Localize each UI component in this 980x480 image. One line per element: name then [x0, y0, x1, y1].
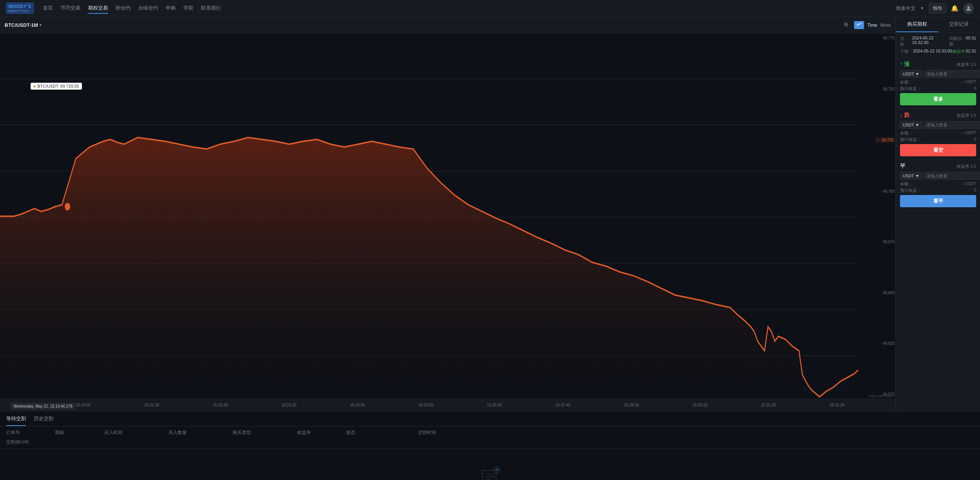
xaxis-lbl-4: 15:22:30 [213, 403, 228, 407]
col-order-no: 订单号 [6, 429, 52, 436]
trade-yield-up: 收益率 1.5 [957, 62, 976, 67]
orders-empty: 暂无数据 [0, 449, 980, 480]
xaxis-tooltip: Wednesday, May 22, 15:19:40.278 [11, 403, 75, 410]
amount-input-flat[interactable] [924, 172, 980, 180]
trade-total-flat: 预计收益： 0 [900, 188, 976, 193]
current-period-row: 当前： 2024-05-22 15:32:00 回购次数 00:31 [900, 36, 976, 47]
trade-yield-down: 收益率 1.5 [957, 113, 976, 118]
col-status: 状态 [346, 429, 415, 436]
trade-dir-up-label: ↑ 涨 [900, 61, 910, 68]
trade-total-down: 预计收益： 0 [900, 137, 976, 143]
nav-academy[interactable]: 学院 [183, 3, 193, 14]
trade-input-row-flat: USDT ▼ USDT [900, 172, 976, 180]
trade-section-flat: 平 收益率 1.5 USDT ▼ USDT 余额： -- USDT 预计收益： … [896, 160, 980, 211]
yaxis-label-6: 69,625 [875, 341, 895, 346]
currency-sel-flat[interactable]: USDT ▼ [900, 172, 922, 180]
col-countdown: 交割倒计时 [6, 439, 52, 446]
trade-section-down: ↓ 跌 收益率 1.5 USDT ▼ USDT 余额： -- USDT 预计收益… [896, 109, 980, 160]
round-count-val: 00:31 [965, 36, 976, 47]
right-panel: 购买期权 交割记录 当前： 2024-05-22 15:32:00 回购次数 0… [896, 17, 980, 411]
tab-buy-options[interactable]: 购买期权 [896, 17, 938, 32]
highcharts-credit: Highcharts.com [868, 394, 892, 398]
xaxis-lbl-2: 15:21:30 [144, 403, 159, 407]
tab-delivery-records[interactable]: 交割记录 [938, 17, 980, 32]
tab-waiting[interactable]: 等待交割 [6, 415, 26, 426]
amount-input-up[interactable] [924, 70, 980, 78]
trade-input-row-down: USDT ▼ USDT [900, 121, 976, 129]
pair-text: BTC/USDT-1M [5, 22, 38, 28]
yaxis-label-5: 69,650 [875, 291, 895, 295]
navbar: MOODY'S ANALYTICS 首页 币币交易 期权交易 秒合约 永续合约 … [0, 0, 980, 17]
trade-dir-flat-row: 平 收益率 1.5 [900, 163, 976, 170]
trade-dir-up-row: ↑ 涨 收益率 1.5 [900, 61, 976, 68]
xaxis-lbl-16: 15:28:30 [624, 403, 639, 407]
ctrl-time-label[interactable]: Time [867, 23, 877, 28]
tab-history[interactable]: 历史交割 [34, 415, 54, 426]
svg-point-0 [967, 6, 970, 8]
yaxis-label-4: 69,675 [875, 240, 895, 244]
amount-input-down[interactable] [924, 121, 980, 129]
trade-balance-up: 余额： -- USDT [900, 79, 976, 85]
chart-header: BTC/USDT-1M ▾ Time [0, 17, 895, 34]
next-period-val: 2024-05-22 15:33:00 [913, 49, 952, 54]
trade-dir-down-row: ↓ 跌 收益率 1.5 [900, 112, 976, 119]
nav-perpetual[interactable]: 永续合约 [138, 3, 158, 14]
yaxis-label-0: 69,775 [875, 36, 895, 40]
yaxis-label-2: 69,725 [875, 138, 895, 143]
col-yield: 收益率 [297, 429, 343, 436]
nav-options[interactable]: 期权交易 [88, 3, 108, 14]
next-period-label: 下期： [900, 49, 913, 54]
nav-right: 简体中文 ▼ 钱包 🔔 [896, 3, 974, 14]
btn-sell[interactable]: 看空 [900, 144, 976, 156]
xaxis-lbl-10: 15:25:50 [418, 403, 433, 407]
nav-lang[interactable]: 简体中文 [896, 5, 916, 12]
round-count-label: 回购次数 [949, 36, 965, 47]
nav-wallet-button[interactable]: 钱包 [929, 3, 946, 13]
trade-total-up: 预计收益： 0 [900, 86, 976, 92]
nav-avatar[interactable] [963, 3, 974, 14]
lang-arrow: ▼ [920, 6, 924, 10]
trade-balance-flat: 余额： -- USDT [900, 181, 976, 187]
chart-canvas[interactable]: BTC/USDT: 69 729.55 69,775 69,750 69,725… [0, 34, 895, 399]
nav-spot[interactable]: 币币交易 [60, 3, 80, 14]
btn-buy[interactable]: 看多 [900, 93, 976, 105]
btn-flat[interactable]: 看平 [900, 195, 976, 207]
col-buy-type: 购买类型 [233, 429, 294, 436]
pair-dropdown-icon[interactable]: ▾ [39, 23, 41, 27]
yaxis-label-3: 69,700 [875, 189, 895, 193]
svg-point-16 [65, 203, 70, 210]
nav-ipo[interactable]: 申购 [166, 3, 176, 14]
buy-status-val: 01:31 [965, 49, 976, 54]
trade-yield-flat: 收益率 1.5 [957, 164, 976, 169]
buy-status-label: 购买中 [952, 49, 965, 54]
currency-sel-down[interactable]: USDT ▼ [900, 121, 922, 129]
chart-xaxis: Wednesday, May 22, 15:19:40.278 15:19:50… [0, 399, 895, 411]
svg-rect-17 [482, 470, 496, 480]
ctrl-candlestick-btn[interactable] [841, 21, 851, 29]
trade-dir-flat-label: 平 [900, 163, 905, 170]
col-buy-time: 买入时间 [104, 429, 165, 436]
col-delivery-time: 交割时间 [418, 429, 487, 436]
nav-bell-icon[interactable]: 🔔 [951, 5, 959, 12]
nav-home[interactable]: 首页 [43, 3, 53, 14]
nav-seconds[interactable]: 秒合约 [116, 3, 131, 14]
logo-brand: MOODY'S [8, 4, 31, 9]
currency-sel-up[interactable]: USDT ▼ [900, 70, 922, 78]
current-period-val: 2024-05-22 15:32:00 [912, 36, 950, 47]
xaxis-lbl-14: 15:27:40 [555, 403, 570, 407]
xaxis-lbl-12: 15:26:50 [487, 403, 502, 407]
right-tabs: 购买期权 交割记录 [896, 17, 980, 33]
ctrl-more-label[interactable]: More [880, 23, 891, 28]
trade-input-row-up: USDT ▼ USDT [900, 70, 976, 78]
logo: MOODY'S ANALYTICS [6, 3, 34, 14]
ctrl-line-btn[interactable] [854, 21, 864, 29]
trade-dir-down-label: ↓ 跌 [900, 112, 910, 119]
nav-links: 首页 币币交易 期权交易 秒合约 永续合约 申购 学院 联系我们 [43, 3, 896, 14]
svg-rect-2 [846, 24, 848, 26]
trade-balance-down: 余额： -- USDT [900, 130, 976, 136]
trade-info: 当前： 2024-05-22 15:32:00 回购次数 00:31 下期： 2… [896, 33, 980, 58]
chart-tooltip: BTC/USDT: 69 729.55 [31, 83, 82, 90]
xaxis-lbl-21: 15:31:26 [830, 403, 844, 407]
xaxis-lbl-20: 15:31:30 [761, 403, 776, 407]
nav-contact[interactable]: 联系我们 [201, 3, 221, 14]
